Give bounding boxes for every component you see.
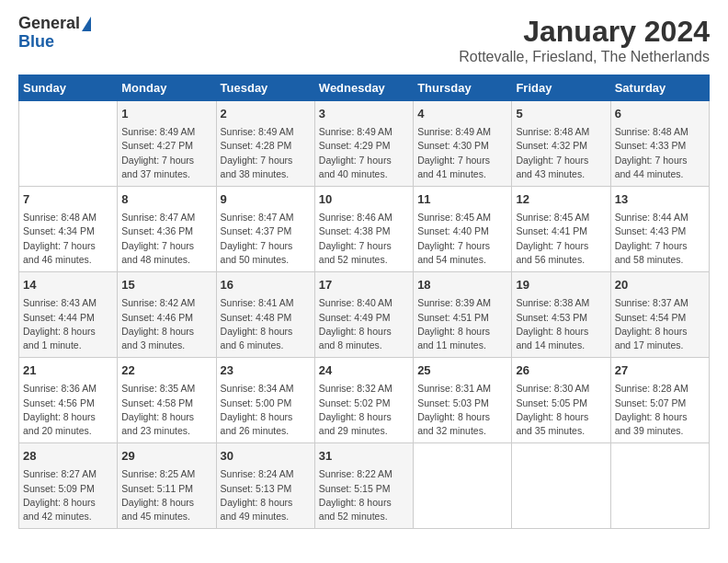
calendar-cell: 27Sunrise: 8:28 AM Sunset: 5:07 PM Dayli… <box>610 358 709 443</box>
day-number: 26 <box>516 362 606 379</box>
day-info: Sunrise: 8:47 AM Sunset: 4:36 PM Dayligh… <box>121 211 211 267</box>
day-info: Sunrise: 8:49 AM Sunset: 4:27 PM Dayligh… <box>121 125 211 181</box>
calendar-header-row: SundayMondayTuesdayWednesdayThursdayFrid… <box>19 75 710 101</box>
day-info: Sunrise: 8:46 AM Sunset: 4:38 PM Dayligh… <box>319 211 409 267</box>
day-number: 8 <box>121 191 211 208</box>
day-number: 10 <box>319 191 409 208</box>
day-number: 27 <box>615 362 705 379</box>
day-number: 7 <box>23 191 113 208</box>
day-number: 22 <box>121 362 211 379</box>
title-area: January 2024 Rottevalle, Friesland, The … <box>459 15 710 65</box>
calendar-cell: 13Sunrise: 8:44 AM Sunset: 4:43 PM Dayli… <box>610 187 709 272</box>
day-info: Sunrise: 8:30 AM Sunset: 5:05 PM Dayligh… <box>516 382 606 438</box>
day-info: Sunrise: 8:40 AM Sunset: 4:49 PM Dayligh… <box>319 296 409 352</box>
calendar-cell: 6Sunrise: 8:48 AM Sunset: 4:33 PM Daylig… <box>610 101 709 187</box>
calendar-cell: 23Sunrise: 8:34 AM Sunset: 5:00 PM Dayli… <box>216 358 314 443</box>
calendar-cell: 26Sunrise: 8:30 AM Sunset: 5:05 PM Dayli… <box>512 358 610 443</box>
day-number: 25 <box>417 362 507 379</box>
page-header: General Blue January 2024 Rottevalle, Fr… <box>18 15 710 65</box>
day-number: 4 <box>417 106 507 122</box>
calendar-cell: 30Sunrise: 8:24 AM Sunset: 5:13 PM Dayli… <box>216 443 314 529</box>
day-number: 30 <box>221 448 311 465</box>
calendar-cell: 21Sunrise: 8:36 AM Sunset: 4:56 PM Dayli… <box>19 358 118 443</box>
day-info: Sunrise: 8:48 AM Sunset: 4:34 PM Dayligh… <box>23 211 113 267</box>
calendar-cell: 11Sunrise: 8:45 AM Sunset: 4:40 PM Dayli… <box>414 187 512 272</box>
day-info: Sunrise: 8:45 AM Sunset: 4:40 PM Dayligh… <box>417 211 507 267</box>
logo-general: General <box>18 15 91 33</box>
day-number: 12 <box>516 191 606 208</box>
day-info: Sunrise: 8:49 AM Sunset: 4:28 PM Dayligh… <box>221 125 311 181</box>
day-number: 11 <box>417 191 507 208</box>
day-info: Sunrise: 8:28 AM Sunset: 5:07 PM Dayligh… <box>615 382 705 438</box>
logo-icon <box>82 17 91 31</box>
day-number: 28 <box>23 448 113 465</box>
calendar-cell: 25Sunrise: 8:31 AM Sunset: 5:03 PM Dayli… <box>414 358 512 443</box>
day-info: Sunrise: 8:48 AM Sunset: 4:32 PM Dayligh… <box>516 125 606 181</box>
day-info: Sunrise: 8:48 AM Sunset: 4:33 PM Dayligh… <box>615 125 705 181</box>
day-number: 19 <box>516 277 606 293</box>
day-info: Sunrise: 8:24 AM Sunset: 5:13 PM Dayligh… <box>221 467 311 523</box>
calendar-cell: 8Sunrise: 8:47 AM Sunset: 4:36 PM Daylig… <box>118 187 216 272</box>
calendar-cell: 7Sunrise: 8:48 AM Sunset: 4:34 PM Daylig… <box>19 187 118 272</box>
day-info: Sunrise: 8:37 AM Sunset: 4:54 PM Dayligh… <box>615 296 705 352</box>
header-saturday: Saturday <box>610 75 709 101</box>
day-number: 5 <box>516 106 606 122</box>
day-number: 6 <box>615 106 705 122</box>
calendar-cell: 20Sunrise: 8:37 AM Sunset: 4:54 PM Dayli… <box>610 272 709 358</box>
header-wednesday: Wednesday <box>314 75 413 101</box>
calendar-cell: 18Sunrise: 8:39 AM Sunset: 4:51 PM Dayli… <box>414 272 512 358</box>
day-info: Sunrise: 8:41 AM Sunset: 4:48 PM Dayligh… <box>221 296 311 352</box>
day-info: Sunrise: 8:49 AM Sunset: 4:30 PM Dayligh… <box>417 125 507 181</box>
calendar-cell: 4Sunrise: 8:49 AM Sunset: 4:30 PM Daylig… <box>414 101 512 187</box>
calendar-cell: 19Sunrise: 8:38 AM Sunset: 4:53 PM Dayli… <box>512 272 610 358</box>
calendar-cell <box>19 101 118 187</box>
calendar-cell: 15Sunrise: 8:42 AM Sunset: 4:46 PM Dayli… <box>118 272 216 358</box>
calendar-cell: 17Sunrise: 8:40 AM Sunset: 4:49 PM Dayli… <box>314 272 413 358</box>
week-row-1: 1Sunrise: 8:49 AM Sunset: 4:27 PM Daylig… <box>19 101 710 187</box>
day-info: Sunrise: 8:47 AM Sunset: 4:37 PM Dayligh… <box>221 211 311 267</box>
calendar-cell: 5Sunrise: 8:48 AM Sunset: 4:32 PM Daylig… <box>512 101 610 187</box>
day-number: 31 <box>319 448 409 465</box>
day-number: 20 <box>615 277 705 293</box>
week-row-5: 28Sunrise: 8:27 AM Sunset: 5:09 PM Dayli… <box>19 443 710 529</box>
calendar-table: SundayMondayTuesdayWednesdayThursdayFrid… <box>18 75 710 529</box>
header-monday: Monday <box>118 75 216 101</box>
day-number: 9 <box>221 191 311 208</box>
calendar-cell <box>414 443 512 529</box>
day-info: Sunrise: 8:34 AM Sunset: 5:00 PM Dayligh… <box>221 382 311 438</box>
day-info: Sunrise: 8:39 AM Sunset: 4:51 PM Dayligh… <box>417 296 507 352</box>
day-info: Sunrise: 8:49 AM Sunset: 4:29 PM Dayligh… <box>319 125 409 181</box>
calendar-cell: 16Sunrise: 8:41 AM Sunset: 4:48 PM Dayli… <box>216 272 314 358</box>
day-number: 15 <box>121 277 211 293</box>
day-number: 3 <box>319 106 409 122</box>
logo: General Blue <box>18 15 91 52</box>
day-info: Sunrise: 8:45 AM Sunset: 4:41 PM Dayligh… <box>516 211 606 267</box>
day-number: 21 <box>23 362 113 379</box>
day-number: 24 <box>319 362 409 379</box>
day-number: 13 <box>615 191 705 208</box>
day-info: Sunrise: 8:43 AM Sunset: 4:44 PM Dayligh… <box>23 296 113 352</box>
day-number: 23 <box>221 362 311 379</box>
calendar-cell <box>610 443 709 529</box>
week-row-2: 7Sunrise: 8:48 AM Sunset: 4:34 PM Daylig… <box>19 187 710 272</box>
calendar-cell: 9Sunrise: 8:47 AM Sunset: 4:37 PM Daylig… <box>216 187 314 272</box>
logo-blue: Blue <box>18 33 54 52</box>
header-friday: Friday <box>512 75 610 101</box>
calendar-cell: 28Sunrise: 8:27 AM Sunset: 5:09 PM Dayli… <box>19 443 118 529</box>
location: Rottevalle, Friesland, The Netherlands <box>459 49 710 65</box>
calendar-cell: 22Sunrise: 8:35 AM Sunset: 4:58 PM Dayli… <box>118 358 216 443</box>
calendar-cell: 24Sunrise: 8:32 AM Sunset: 5:02 PM Dayli… <box>314 358 413 443</box>
day-number: 2 <box>221 106 311 122</box>
calendar-cell <box>512 443 610 529</box>
header-tuesday: Tuesday <box>216 75 314 101</box>
calendar-cell: 14Sunrise: 8:43 AM Sunset: 4:44 PM Dayli… <box>19 272 118 358</box>
header-sunday: Sunday <box>19 75 118 101</box>
day-info: Sunrise: 8:42 AM Sunset: 4:46 PM Dayligh… <box>121 296 211 352</box>
day-info: Sunrise: 8:27 AM Sunset: 5:09 PM Dayligh… <box>23 467 113 523</box>
calendar-cell: 12Sunrise: 8:45 AM Sunset: 4:41 PM Dayli… <box>512 187 610 272</box>
calendar-cell: 31Sunrise: 8:22 AM Sunset: 5:15 PM Dayli… <box>314 443 413 529</box>
day-info: Sunrise: 8:44 AM Sunset: 4:43 PM Dayligh… <box>615 211 705 267</box>
month-title: January 2024 <box>459 15 710 49</box>
calendar-cell: 2Sunrise: 8:49 AM Sunset: 4:28 PM Daylig… <box>216 101 314 187</box>
day-info: Sunrise: 8:25 AM Sunset: 5:11 PM Dayligh… <box>121 467 211 523</box>
